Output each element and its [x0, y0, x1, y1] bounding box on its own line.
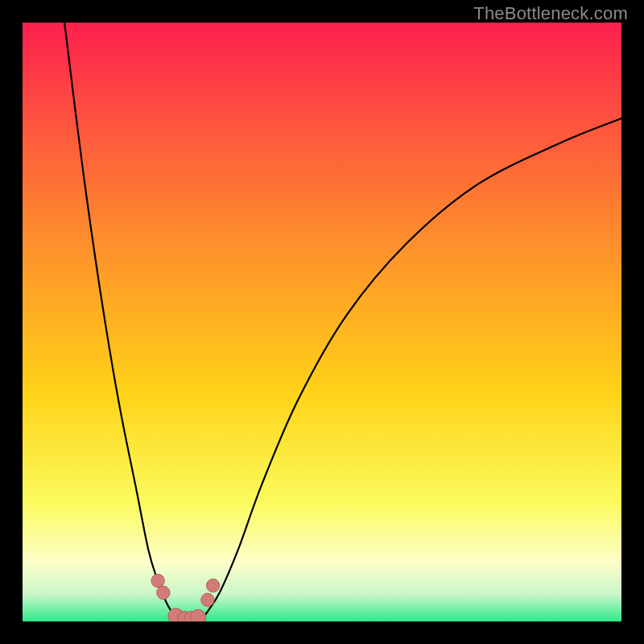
chart-frame: TheBottleneck.com — [0, 0, 644, 644]
curve-layer — [23, 23, 621, 621]
plot-area — [23, 23, 621, 621]
curve-right-branch — [202, 118, 621, 618]
data-marker — [190, 609, 205, 621]
data-marker — [201, 593, 214, 606]
data-marker — [157, 586, 170, 599]
marker-group — [151, 574, 220, 621]
data-marker — [151, 574, 164, 587]
curve-left-branch — [64, 23, 178, 618]
watermark-text: TheBottleneck.com — [473, 3, 628, 24]
data-marker — [206, 579, 219, 592]
